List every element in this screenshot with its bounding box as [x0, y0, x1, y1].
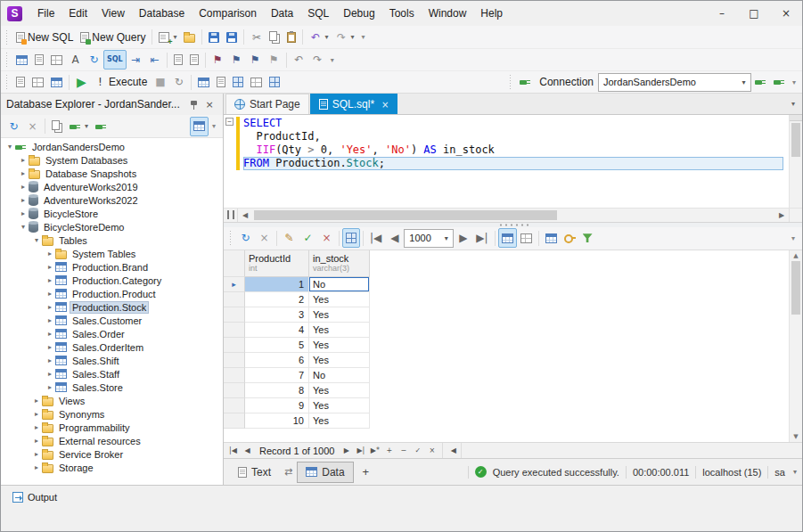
tree-item-bicyclestore[interactable]: ▸BicycleStore	[1, 207, 223, 220]
tree-item-production-product[interactable]: ▸Production.Product	[1, 287, 223, 300]
indent-increase-button[interactable]: ⇥	[127, 50, 145, 70]
navigate-forward-button[interactable]: ↷	[308, 50, 327, 70]
cell-in-stock-4[interactable]: Yes	[309, 323, 370, 338]
toolbar-overflow-button[interactable]: ▾	[791, 234, 795, 242]
post-edit-button[interactable]: ✓	[411, 446, 424, 454]
cell-productid-3[interactable]: 3	[245, 307, 309, 323]
add-view-button[interactable]: +	[358, 465, 374, 479]
insert-record-button[interactable]: +	[382, 446, 396, 454]
tree-item-sales-customer[interactable]: ▸Sales.Customer	[1, 314, 223, 327]
show-keys-button[interactable]	[561, 228, 579, 248]
expand-arrow-icon[interactable]: ▸	[45, 330, 55, 338]
cell-productid-7[interactable]: 7	[245, 368, 309, 383]
tree-item-sales-store[interactable]: ▸Sales.Store	[1, 381, 223, 394]
query-options-button[interactable]	[29, 72, 47, 92]
expand-arrow-icon[interactable]: ▸	[31, 423, 42, 431]
tree-item-sales-staff[interactable]: ▸Sales.Staff	[1, 367, 223, 381]
connection-combobox[interactable]: JordanSandersDemo▾	[598, 73, 751, 92]
cell-in-stock-10[interactable]: Yes	[309, 413, 370, 429]
menu-window[interactable]: Window	[422, 1, 474, 26]
output-tab[interactable]: Output	[5, 489, 64, 505]
tree-item-programmability[interactable]: ▸Programmability	[1, 421, 223, 434]
paging-mode-button[interactable]	[342, 228, 360, 248]
tab-data[interactable]: Data	[297, 462, 353, 483]
expand-arrow-icon[interactable]: ▸	[45, 276, 55, 284]
menu-view[interactable]: View	[94, 1, 132, 26]
expand-arrow-icon[interactable]: ▸	[18, 209, 29, 217]
menu-tools[interactable]: Tools	[382, 1, 422, 26]
complete-word-button[interactable]: A	[66, 50, 85, 70]
new-connection-button[interactable]	[770, 72, 789, 92]
list-members-button[interactable]	[12, 50, 31, 70]
expand-arrow-icon[interactable]: ▸	[45, 370, 55, 378]
stop-loading-button[interactable]: ×	[23, 117, 42, 136]
sql-editor[interactable]: − SELECT ProductId, IIF(Qty > 0, 'Yes', …	[224, 115, 802, 208]
quick-info-button[interactable]	[47, 50, 66, 70]
tree-item-production-category[interactable]: ▸Production.Category	[1, 274, 223, 287]
next-page-button[interactable]: ▶	[454, 228, 472, 248]
menu-debug[interactable]: Debug	[336, 1, 381, 26]
cell-productid-9[interactable]: 9	[245, 398, 309, 413]
cell-productid-6[interactable]: 6	[245, 353, 309, 368]
show-aggregates-button[interactable]	[542, 228, 561, 248]
tree-item-sales-order[interactable]: ▸Sales.Order	[1, 327, 223, 340]
tree-item-views[interactable]: ▸Views	[1, 394, 223, 407]
toolbar-overflow-button[interactable]: ▾	[361, 33, 365, 41]
menu-edit[interactable]: Edit	[61, 1, 94, 26]
collapse-arrow-icon[interactable]: ▾	[31, 236, 42, 244]
query-plan-button[interactable]	[229, 72, 247, 92]
expand-arrow-icon[interactable]: ▸	[45, 383, 55, 391]
editor-split-handle[interactable]	[790, 115, 802, 121]
tab-list-caret[interactable]: ▾	[791, 100, 795, 108]
menu-database[interactable]: Database	[132, 1, 192, 26]
scroll-down-icon[interactable]: ▼	[790, 433, 802, 440]
maximize-button[interactable]: □	[738, 1, 770, 26]
sql-document-properties-button[interactable]	[12, 72, 29, 92]
save-all-button[interactable]	[223, 28, 241, 47]
grid-vertical-scrollbar[interactable]: ▲ ▼	[789, 250, 802, 442]
cell-productid-2[interactable]: 2	[245, 292, 309, 307]
editor-scrollbar-thumb[interactable]	[791, 123, 800, 157]
auto-filter-button[interactable]	[579, 228, 596, 248]
scroll-left-button[interactable]: ◀	[447, 446, 460, 454]
execute-button[interactable]: !Execute	[91, 72, 151, 92]
tab-sql-sql[interactable]: SQL.sql*×	[310, 94, 398, 114]
card-view-button[interactable]	[517, 228, 536, 248]
menu-file[interactable]: File	[30, 1, 61, 26]
scroll-right-icon[interactable]: ▶	[774, 211, 789, 219]
uncomment-lines-button[interactable]	[186, 50, 202, 70]
collapse-arrow-icon[interactable]: ▾	[4, 143, 15, 151]
connection-categories-button[interactable]	[92, 117, 111, 136]
last-record-button[interactable]: ▶|	[354, 446, 367, 454]
page-size-dropdown-caret[interactable]: ▾	[439, 230, 453, 247]
previous-record-button[interactable]: ◀	[241, 446, 254, 454]
cell-in-stock-1[interactable]: No	[309, 277, 370, 292]
cancel-refresh-button[interactable]: ×	[255, 228, 274, 248]
close-tab-icon[interactable]: ×	[381, 100, 389, 110]
close-panel-button[interactable]: ×	[201, 99, 217, 110]
tab-start-page[interactable]: Start Page	[225, 94, 309, 114]
expand-arrow-icon[interactable]: ▸	[45, 343, 55, 351]
navigate-backward-button[interactable]: ↶	[290, 50, 308, 70]
pin-panel-button[interactable]	[185, 99, 201, 110]
cell-in-stock-3[interactable]: Yes	[309, 307, 370, 323]
tree-item-system-tables[interactable]: ▸System Tables	[1, 247, 223, 260]
comment-lines-button[interactable]	[170, 50, 186, 70]
expand-arrow-icon[interactable]: ▸	[45, 316, 55, 324]
server-name[interactable]: localhost (15)	[702, 467, 761, 478]
cancel-changes-button[interactable]: ×	[317, 228, 336, 248]
cell-productid-4[interactable]: 4	[245, 323, 309, 338]
cell-in-stock-8[interactable]: Yes	[309, 383, 370, 398]
execution-history-button[interactable]: ↻	[169, 72, 188, 92]
menu-sql[interactable]: SQL	[300, 1, 336, 26]
cut-button[interactable]: ✂	[247, 28, 266, 47]
redo-dropdown-caret[interactable]: ▾	[350, 33, 354, 41]
previous-page-button[interactable]: ◀	[385, 228, 404, 248]
toolbar-overflow-button[interactable]: ▾	[331, 56, 334, 64]
code-line-1[interactable]: SELECT	[243, 117, 789, 130]
pin-results-button[interactable]	[247, 72, 266, 92]
cell-in-stock-2[interactable]: Yes	[309, 292, 370, 307]
close-button[interactable]: ×	[770, 1, 802, 26]
tree-item-production-stock[interactable]: ▸Production.Stock	[1, 300, 223, 314]
previous-bookmark-button[interactable]: ⚑	[227, 50, 246, 70]
